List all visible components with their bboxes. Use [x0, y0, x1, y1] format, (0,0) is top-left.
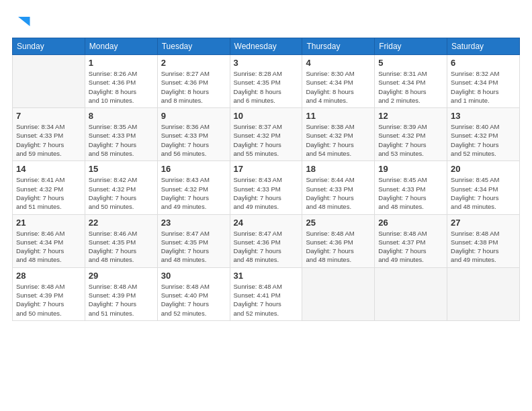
day-info: Sunrise: 8:36 AMSunset: 4:33 PMDaylight:…	[161, 122, 226, 158]
week-row-0: 1Sunrise: 8:26 AMSunset: 4:36 PMDaylight…	[13, 55, 520, 108]
day-cell-28: 28Sunrise: 8:48 AMSunset: 4:39 PMDayligh…	[13, 267, 85, 320]
day-number: 2	[161, 58, 226, 68]
day-cell-31: 31Sunrise: 8:48 AMSunset: 4:41 PMDayligh…	[230, 267, 302, 320]
day-cell-24: 24Sunrise: 8:47 AMSunset: 4:36 PMDayligh…	[230, 214, 302, 267]
day-cell-7: 7Sunrise: 8:34 AMSunset: 4:33 PMDaylight…	[13, 108, 85, 161]
day-number: 23	[161, 218, 226, 228]
day-info: Sunrise: 8:48 AMSunset: 4:38 PMDaylight:…	[451, 229, 516, 265]
week-row-3: 21Sunrise: 8:46 AMSunset: 4:34 PMDayligh…	[13, 214, 520, 267]
day-info: Sunrise: 8:35 AMSunset: 4:33 PMDaylight:…	[89, 122, 154, 158]
day-info: Sunrise: 8:46 AMSunset: 4:35 PMDaylight:…	[89, 229, 154, 265]
day-number: 18	[306, 164, 371, 174]
empty-cell	[375, 267, 447, 320]
empty-cell	[447, 267, 520, 320]
day-number: 29	[89, 271, 154, 281]
day-number: 3	[234, 58, 299, 68]
day-cell-15: 15Sunrise: 8:42 AMSunset: 4:32 PMDayligh…	[85, 161, 157, 214]
day-cell-27: 27Sunrise: 8:48 AMSunset: 4:38 PMDayligh…	[447, 214, 520, 267]
day-info: Sunrise: 8:37 AMSunset: 4:32 PMDaylight:…	[234, 122, 299, 158]
day-number: 14	[16, 164, 81, 174]
day-info: Sunrise: 8:41 AMSunset: 4:32 PMDaylight:…	[16, 175, 81, 211]
empty-cell	[13, 55, 85, 108]
day-cell-1: 1Sunrise: 8:26 AMSunset: 4:36 PMDaylight…	[85, 55, 157, 108]
day-info: Sunrise: 8:43 AMSunset: 4:33 PMDaylight:…	[234, 175, 299, 211]
day-number: 25	[306, 218, 371, 228]
day-info: Sunrise: 8:31 AMSunset: 4:34 PMDaylight:…	[378, 69, 443, 105]
day-number: 11	[306, 111, 371, 121]
logo	[12, 12, 32, 31]
day-info: Sunrise: 8:39 AMSunset: 4:32 PMDaylight:…	[378, 122, 443, 158]
day-number: 12	[378, 111, 443, 121]
page: SundayMondayTuesdayWednesdayThursdayFrid…	[0, 0, 532, 411]
weekday-header-tuesday: Tuesday	[157, 38, 230, 55]
day-cell-5: 5Sunrise: 8:31 AMSunset: 4:34 PMDaylight…	[375, 55, 447, 108]
day-cell-10: 10Sunrise: 8:37 AMSunset: 4:32 PMDayligh…	[230, 108, 302, 161]
day-number: 17	[234, 164, 299, 174]
day-number: 20	[451, 164, 516, 174]
day-cell-16: 16Sunrise: 8:43 AMSunset: 4:32 PMDayligh…	[157, 161, 230, 214]
day-info: Sunrise: 8:48 AMSunset: 4:37 PMDaylight:…	[378, 229, 443, 265]
day-number: 22	[89, 218, 154, 228]
day-number: 1	[89, 58, 154, 68]
day-info: Sunrise: 8:48 AMSunset: 4:39 PMDaylight:…	[16, 282, 81, 318]
day-number: 26	[378, 218, 443, 228]
weekday-header-saturday: Saturday	[447, 38, 520, 55]
day-info: Sunrise: 8:47 AMSunset: 4:35 PMDaylight:…	[161, 229, 226, 265]
header	[12, 12, 520, 31]
day-info: Sunrise: 8:30 AMSunset: 4:34 PMDaylight:…	[306, 69, 371, 105]
logo-icon	[13, 12, 32, 31]
day-info: Sunrise: 8:45 AMSunset: 4:34 PMDaylight:…	[451, 175, 516, 211]
day-number: 7	[16, 111, 81, 121]
day-cell-21: 21Sunrise: 8:46 AMSunset: 4:34 PMDayligh…	[13, 214, 85, 267]
day-info: Sunrise: 8:42 AMSunset: 4:32 PMDaylight:…	[89, 175, 154, 211]
day-number: 27	[451, 218, 516, 228]
day-cell-18: 18Sunrise: 8:44 AMSunset: 4:33 PMDayligh…	[302, 161, 375, 214]
week-row-1: 7Sunrise: 8:34 AMSunset: 4:33 PMDaylight…	[13, 108, 520, 161]
day-cell-11: 11Sunrise: 8:38 AMSunset: 4:32 PMDayligh…	[302, 108, 375, 161]
day-info: Sunrise: 8:40 AMSunset: 4:32 PMDaylight:…	[451, 122, 516, 158]
day-number: 9	[161, 111, 226, 121]
day-cell-30: 30Sunrise: 8:48 AMSunset: 4:40 PMDayligh…	[157, 267, 230, 320]
day-info: Sunrise: 8:47 AMSunset: 4:36 PMDaylight:…	[234, 229, 299, 265]
day-cell-22: 22Sunrise: 8:46 AMSunset: 4:35 PMDayligh…	[85, 214, 157, 267]
weekday-header-sunday: Sunday	[13, 38, 85, 55]
day-cell-14: 14Sunrise: 8:41 AMSunset: 4:32 PMDayligh…	[13, 161, 85, 214]
day-cell-3: 3Sunrise: 8:28 AMSunset: 4:35 PMDaylight…	[230, 55, 302, 108]
weekday-header-friday: Friday	[375, 38, 447, 55]
day-number: 24	[234, 218, 299, 228]
day-info: Sunrise: 8:28 AMSunset: 4:35 PMDaylight:…	[234, 69, 299, 105]
day-cell-26: 26Sunrise: 8:48 AMSunset: 4:37 PMDayligh…	[375, 214, 447, 267]
day-cell-25: 25Sunrise: 8:48 AMSunset: 4:36 PMDayligh…	[302, 214, 375, 267]
day-cell-8: 8Sunrise: 8:35 AMSunset: 4:33 PMDaylight…	[85, 108, 157, 161]
day-cell-23: 23Sunrise: 8:47 AMSunset: 4:35 PMDayligh…	[157, 214, 230, 267]
day-number: 21	[16, 218, 81, 228]
weekday-header-thursday: Thursday	[302, 38, 375, 55]
day-info: Sunrise: 8:27 AMSunset: 4:36 PMDaylight:…	[161, 69, 226, 105]
day-number: 13	[451, 111, 516, 121]
day-info: Sunrise: 8:48 AMSunset: 4:39 PMDaylight:…	[89, 282, 154, 318]
day-cell-9: 9Sunrise: 8:36 AMSunset: 4:33 PMDaylight…	[157, 108, 230, 161]
day-cell-20: 20Sunrise: 8:45 AMSunset: 4:34 PMDayligh…	[447, 161, 520, 214]
day-number: 28	[16, 271, 81, 281]
empty-cell	[302, 267, 375, 320]
day-info: Sunrise: 8:48 AMSunset: 4:36 PMDaylight:…	[306, 229, 371, 265]
day-info: Sunrise: 8:38 AMSunset: 4:32 PMDaylight:…	[306, 122, 371, 158]
day-number: 5	[378, 58, 443, 68]
day-number: 4	[306, 58, 371, 68]
day-info: Sunrise: 8:45 AMSunset: 4:33 PMDaylight:…	[378, 175, 443, 211]
svg-marker-0	[18, 17, 30, 26]
day-info: Sunrise: 8:32 AMSunset: 4:34 PMDaylight:…	[451, 69, 516, 105]
day-cell-4: 4Sunrise: 8:30 AMSunset: 4:34 PMDaylight…	[302, 55, 375, 108]
day-number: 8	[89, 111, 154, 121]
day-cell-6: 6Sunrise: 8:32 AMSunset: 4:34 PMDaylight…	[447, 55, 520, 108]
weekday-header-row: SundayMondayTuesdayWednesdayThursdayFrid…	[13, 38, 520, 55]
day-info: Sunrise: 8:44 AMSunset: 4:33 PMDaylight:…	[306, 175, 371, 211]
day-info: Sunrise: 8:34 AMSunset: 4:33 PMDaylight:…	[16, 122, 81, 158]
day-cell-12: 12Sunrise: 8:39 AMSunset: 4:32 PMDayligh…	[375, 108, 447, 161]
day-number: 15	[89, 164, 154, 174]
day-number: 19	[378, 164, 443, 174]
day-info: Sunrise: 8:43 AMSunset: 4:32 PMDaylight:…	[161, 175, 226, 211]
day-cell-2: 2Sunrise: 8:27 AMSunset: 4:36 PMDaylight…	[157, 55, 230, 108]
week-row-4: 28Sunrise: 8:48 AMSunset: 4:39 PMDayligh…	[13, 267, 520, 320]
calendar-table: SundayMondayTuesdayWednesdayThursdayFrid…	[12, 38, 520, 321]
